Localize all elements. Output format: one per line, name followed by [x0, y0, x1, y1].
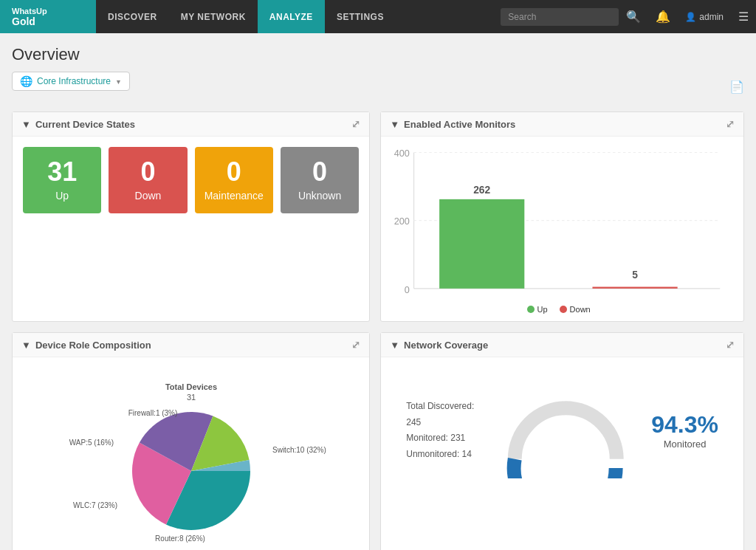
expand-monitors-icon[interactable]: ⤢ [726, 118, 735, 130]
svg-text:Firewall:1 (3%): Firewall:1 (3%) [128, 409, 177, 417]
state-card-up: 31 Up [23, 147, 101, 213]
device-states-header: ▼ Current Device States ⤢ [13, 112, 369, 137]
device-states-panel: ▼ Current Device States ⤢ 31 Up 0 Down [12, 111, 370, 322]
network-coverage-body: Total Discovered: 245 Monitored: 231 Unm… [381, 357, 743, 503]
panel-title-left: ▼ Current Device States [21, 119, 135, 130]
network-coverage-title: Network Coverage [404, 340, 488, 351]
total-discovered-row: Total Discovered: 245 [406, 399, 480, 430]
expand-icon[interactable]: ⤢ [351, 118, 360, 130]
active-monitors-header: ▼ Enabled Active Monitors ⤢ [381, 112, 743, 137]
state-up-label: Up [30, 190, 94, 202]
nav-my-network[interactable]: MY NETWORK [169, 0, 258, 33]
network-coverage-header: ▼ Network Coverage ⤢ [381, 333, 743, 357]
nav-settings[interactable]: SETTINGS [325, 0, 396, 33]
monitored-value: 231 [450, 433, 465, 443]
user-label: admin [699, 12, 724, 22]
expand-coverage-icon[interactable]: ⤢ [726, 339, 735, 351]
svg-text:0: 0 [405, 285, 410, 295]
device-states-body: 31 Up 0 Down 0 Maintenance 0 Unknown [13, 137, 369, 224]
legend-down-dot [560, 306, 567, 313]
state-down-label: Down [116, 190, 179, 202]
export-button[interactable]: 📄 [729, 80, 744, 94]
collapse-icon[interactable]: ▼ [21, 119, 31, 130]
monitored-row: Monitored: 231 [406, 430, 480, 447]
svg-text:Total Devices: Total Devices [165, 382, 217, 391]
pie-chart-svg: Total Devices 31 [36, 375, 346, 545]
chart-legend: Up Down [388, 305, 729, 314]
pie-chart-wrapper: Total Devices 31 [23, 368, 359, 550]
dashboard-grid: ▼ Current Device States ⤢ 31 Up 0 Down [12, 111, 744, 550]
device-role-title: Device Role Composition [35, 340, 151, 351]
brand-bottom: Gold [12, 16, 35, 27]
bar-chart-svg: 400 200 0 262 5 [388, 144, 729, 297]
panel-title-left-coverage: ▼ Network Coverage [390, 340, 488, 351]
expand-role-icon[interactable]: ⤢ [351, 339, 360, 351]
notification-icon[interactable]: 🔔 [648, 10, 678, 24]
gauge-info: Total Discovered: 245 Monitored: 231 Unm… [406, 399, 480, 462]
state-card-unknown: 0 Unknown [281, 147, 359, 213]
nav-discover[interactable]: DISCOVER [96, 0, 169, 33]
state-up-number: 31 [30, 159, 94, 185]
collapse-coverage-icon[interactable]: ▼ [390, 340, 399, 351]
unmonitored-label: Unmonitored: [406, 449, 459, 459]
collapse-monitors-icon[interactable]: ▼ [390, 119, 399, 130]
state-unknown-label: Unknown [288, 190, 351, 202]
state-down-number: 0 [116, 159, 179, 185]
active-monitors-body: 400 200 0 262 5 [381, 137, 743, 321]
svg-text:Router:8 (26%): Router:8 (26%) [155, 534, 205, 543]
collapse-role-icon[interactable]: ▼ [21, 340, 31, 351]
svg-text:262: 262 [473, 184, 490, 196]
panel-title-left-role: ▼ Device Role Composition [21, 340, 151, 351]
total-discovered-label: Total Discovered: [406, 401, 474, 411]
legend-up-label: Up [537, 305, 548, 314]
network-coverage-panel: ▼ Network Coverage ⤢ Total Discovered: 2… [380, 332, 744, 550]
device-states-grid: 31 Up 0 Down 0 Maintenance 0 Unknown [23, 147, 359, 213]
page-title: Overview [12, 45, 744, 64]
group-label: Core Infrastructure [37, 76, 111, 86]
group-chevron-icon [115, 76, 122, 86]
svg-text:5: 5 [632, 269, 638, 281]
state-card-maintenance: 0 Maintenance [195, 147, 273, 213]
main-container: Overview 🌐 Core Infrastructure 📄 ▼ Curre… [0, 33, 756, 550]
unmonitored-value: 14 [462, 449, 472, 459]
gauge-percent: 94.3% [651, 411, 718, 439]
legend-down: Down [560, 305, 591, 314]
group-selector[interactable]: 🌐 Core Infrastructure [12, 72, 130, 91]
svg-text:400: 400 [394, 148, 410, 159]
state-card-down: 0 Down [109, 147, 187, 213]
user-menu[interactable]: 👤 admin [678, 12, 731, 22]
bar-down [593, 287, 678, 289]
legend-down-label: Down [570, 305, 591, 314]
nav-analyze[interactable]: ANALYZE [258, 0, 325, 33]
brand-logo[interactable]: WhatsUp Gold [0, 0, 96, 33]
device-states-title: Current Device States [35, 119, 135, 130]
active-monitors-panel: ▼ Enabled Active Monitors ⤢ 400 200 0 [380, 111, 744, 322]
unmonitored-row: Unmonitored: 14 [406, 447, 480, 463]
gauge-percent-label: Monitored [651, 439, 718, 450]
state-maintenance-label: Maintenance [202, 190, 266, 202]
device-role-panel: ▼ Device Role Composition ⤢ Total Device… [12, 332, 370, 550]
active-monitors-title: Enabled Active Monitors [404, 119, 515, 130]
brand-top: WhatsUp [12, 7, 47, 16]
legend-up-dot [527, 306, 535, 313]
group-icon: 🌐 [20, 75, 32, 87]
navbar: WhatsUp Gold DISCOVER MY NETWORK ANALYZE… [0, 0, 756, 33]
gauge-wrapper: Total Discovered: 245 Monitored: 231 Unm… [391, 368, 733, 493]
gauge-value-block: 94.3% Monitored [651, 411, 718, 450]
svg-text:200: 200 [394, 216, 410, 227]
device-role-body: Total Devices 31 [13, 357, 369, 550]
svg-text:Switch:10 (32%): Switch:10 (32%) [272, 446, 326, 454]
hamburger-icon[interactable]: ☰ [731, 10, 756, 24]
gauge-stats: Total Discovered: 245 Monitored: 231 Unm… [406, 399, 480, 462]
total-discovered-value: 245 [406, 417, 421, 427]
gauge-svg [502, 382, 630, 478]
navbar-search-area: 🔍 🔔 👤 admin ☰ [501, 8, 756, 26]
search-input[interactable] [501, 8, 619, 26]
svg-text:WAP:5 (16%): WAP:5 (16%) [69, 439, 113, 447]
bar-up [439, 199, 524, 289]
user-icon: 👤 [685, 12, 696, 22]
device-role-header: ▼ Device Role Composition ⤢ [13, 333, 369, 357]
panel-title-left-monitors: ▼ Enabled Active Monitors [390, 119, 515, 130]
svg-text:WLC:7 (23%): WLC:7 (23%) [73, 501, 117, 509]
search-icon[interactable]: 🔍 [619, 10, 648, 24]
